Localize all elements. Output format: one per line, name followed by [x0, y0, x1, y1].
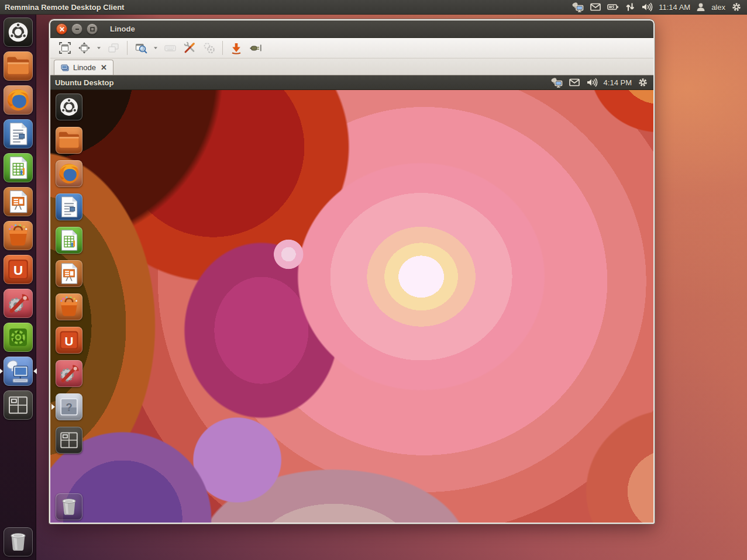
unity-launcher: U — [0, 14, 36, 560]
duplicate-connection-button — [105, 40, 122, 56]
remote-panel-title: Ubuntu Desktop — [55, 78, 113, 87]
remmina-applet-icon[interactable] — [550, 77, 563, 88]
launcher-item-ubuntu-software-center[interactable] — [4, 221, 33, 250]
launcher-item-unknown-application[interactable]: ? — [56, 393, 82, 420]
tab-close-icon[interactable]: ✕ — [101, 64, 107, 71]
launcher-item-libreoffice-calc[interactable] — [4, 153, 33, 182]
window-close-button[interactable] — [56, 23, 67, 34]
remote-top-panel: Ubuntu Desktop 4:14 PM — [50, 75, 653, 90]
top-panel-tray: 11:14 AM alex — [572, 1, 747, 13]
svg-text:?: ? — [66, 401, 72, 413]
launcher-item-system-settings[interactable] — [4, 289, 33, 318]
launcher-item-firefox[interactable] — [56, 160, 82, 187]
launcher-item-dash-home[interactable] — [4, 18, 33, 47]
launcher-item-workspace-switcher[interactable] — [56, 427, 82, 454]
minimize-window-button[interactable] — [228, 40, 245, 56]
launcher-item-home-folder[interactable] — [56, 127, 82, 154]
fit-window-dropdown-button[interactable] — [95, 40, 103, 56]
tools-button[interactable] — [181, 40, 198, 56]
preferences-button — [200, 40, 218, 56]
scaled-mode-dropdown-button[interactable] — [152, 40, 160, 56]
remote-unity-launcher: U? — [54, 94, 84, 520]
user-menu[interactable]: alex — [711, 3, 725, 12]
window-title: Linode — [110, 25, 135, 33]
grab-keyboard-button — [161, 40, 179, 56]
window-maximize-button[interactable] — [87, 23, 98, 34]
top-panel: Remmina Remote Desktop Client 11:14 AM a… — [0, 0, 747, 15]
fit-window-button[interactable] — [75, 40, 93, 56]
remote-panel-tray: 4:14 PM — [550, 77, 653, 88]
tab-label: Linode — [73, 63, 96, 72]
launcher-item-libreoffice-writer[interactable] — [56, 193, 82, 220]
launcher-item-ubuntu-one[interactable]: U — [56, 327, 82, 354]
running-indicator-arrow — [51, 404, 55, 410]
user-icon — [696, 1, 706, 13]
volume-indicator-icon[interactable] — [586, 77, 598, 88]
window-minimize-button[interactable] — [71, 23, 82, 34]
launcher-item-home-folder[interactable] — [4, 51, 33, 81]
toolbar-separator — [222, 41, 223, 55]
session-gear-icon[interactable] — [637, 77, 649, 88]
mail-indicator-icon[interactable] — [590, 1, 601, 13]
volume-indicator-icon[interactable] — [641, 1, 653, 13]
svg-text:U: U — [65, 334, 74, 348]
session-gear-icon[interactable] — [731, 1, 742, 13]
launcher-item-workspace-switcher[interactable] — [4, 390, 33, 420]
launcher-item-libreoffice-impress[interactable] — [4, 187, 33, 216]
desktop: Remmina Remote Desktop Client 11:14 AM a… — [0, 0, 747, 560]
launcher-item-remmina[interactable] — [4, 357, 33, 386]
launcher-item-system-settings[interactable] — [56, 360, 82, 387]
remote-clock[interactable]: 4:14 PM — [604, 78, 632, 87]
disconnect-button[interactable] — [247, 40, 264, 56]
remmina-window: Linode Linode ✕ Ubuntu Desktop — [49, 19, 655, 524]
tab-linode[interactable]: Linode ✕ — [54, 60, 113, 75]
launcher-item-ubuntu-one[interactable]: U — [4, 255, 33, 284]
launcher-item-dash-home[interactable] — [56, 94, 82, 120]
remmina-applet-icon[interactable] — [572, 1, 584, 13]
tab-strip: Linode ✕ — [50, 58, 653, 75]
launcher-item-software-updater[interactable] — [4, 323, 33, 352]
running-indicator-arrow — [0, 368, 3, 374]
clock[interactable]: 11:14 AM — [659, 3, 690, 12]
launcher-item-trash[interactable] — [4, 527, 33, 556]
toolbar-separator — [127, 41, 128, 55]
remmina-toolbar — [50, 38, 653, 58]
tab-connection-icon — [60, 63, 70, 72]
svg-text:U: U — [13, 263, 22, 278]
focused-indicator-arrow — [33, 368, 37, 374]
launcher-item-libreoffice-calc[interactable] — [56, 227, 82, 254]
mail-indicator-icon[interactable] — [569, 77, 580, 88]
launcher-item-ubuntu-software-center[interactable] — [56, 293, 82, 320]
launcher-item-libreoffice-impress[interactable] — [56, 260, 82, 287]
battery-indicator-icon[interactable] — [607, 1, 619, 13]
launcher-item-trash[interactable] — [56, 493, 82, 520]
panel-app-title: Remmina Remote Desktop Client — [5, 3, 124, 12]
scaled-mode-button[interactable] — [132, 40, 150, 56]
window-titlebar[interactable]: Linode — [50, 20, 653, 38]
toggle-fullscreen-button[interactable] — [56, 40, 74, 56]
network-traffic-icon[interactable] — [625, 1, 635, 13]
launcher-item-firefox[interactable] — [4, 85, 33, 115]
remote-desktop-surface[interactable]: Ubuntu Desktop 4:14 PM — [50, 75, 653, 523]
launcher-item-libreoffice-writer[interactable] — [4, 119, 33, 148]
